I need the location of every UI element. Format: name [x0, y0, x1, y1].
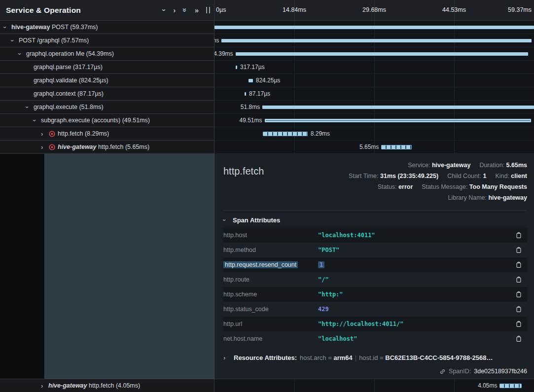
span-tree-cell[interactable]: graphql.context (87.17µs)	[0, 87, 214, 101]
copy-button[interactable]	[514, 320, 523, 328]
meta-pair: Child Count: 1	[447, 173, 486, 179]
span-bar[interactable]	[499, 384, 521, 388]
attribute-key: http.method	[223, 247, 318, 253]
span-bar[interactable]	[265, 119, 531, 122]
attribute-row[interactable]: http.scheme"http:"	[223, 287, 527, 302]
span-tree-cell[interactable]: ›hive-gateway http.fetch (5.65ms)	[0, 141, 214, 154]
chevron-down-icon[interactable]: ›	[11, 37, 19, 44]
copy-button[interactable]	[514, 275, 523, 284]
left-gutter	[0, 154, 44, 379]
span-tree-cell[interactable]: ›graphql.execute (51.8ms)	[0, 101, 214, 114]
span-tree-cell[interactable]: ›hive-gateway http.fetch (4.05ms)	[0, 379, 214, 392]
span-tree-cell[interactable]: graphql.parse (317.17µs)	[0, 61, 214, 74]
copy-icon	[515, 261, 522, 268]
resource-attributes-items: host.arch = arm64|host.id = BC62E13B-C4C…	[300, 354, 493, 361]
copy-icon	[515, 232, 522, 239]
span-title: http.fetch	[223, 166, 264, 177]
copy-button[interactable]	[514, 246, 523, 254]
span-timeline-cell[interactable]: 4.05ms	[214, 379, 534, 392]
span-timeline-cell[interactable]: 87.17µs	[214, 87, 534, 101]
span-tree-cell[interactable]: graphql.validate (824.25µs)	[0, 74, 214, 87]
double-chevron-down-icon[interactable]: »	[183, 6, 187, 14]
detail-divider	[223, 210, 527, 211]
chevron-down-icon[interactable]: ›	[163, 6, 166, 14]
span-row[interactable]: ›subgraph.execute (accounts) (49.51ms)49…	[0, 114, 534, 127]
copy-icon	[515, 306, 522, 313]
attribute-row[interactable]: http.method"POST"	[223, 243, 527, 257]
meta-pair: Status: error	[378, 183, 413, 190]
span-bar[interactable]	[221, 39, 531, 42]
bottom-span-row: ›hive-gateway http.fetch (4.05ms)4.05ms	[0, 379, 534, 392]
span-row[interactable]: graphql.parse (317.17µs)317.17µs	[0, 61, 534, 74]
tree-header-controls: › › » »	[163, 6, 210, 14]
chevron-right-icon[interactable]: ›	[41, 130, 48, 138]
copy-button[interactable]	[514, 334, 523, 343]
copy-button[interactable]	[514, 290, 523, 299]
timeline-gridline	[374, 379, 375, 392]
span-bar[interactable]	[381, 145, 412, 149]
chevron-right-icon[interactable]: ›	[41, 143, 48, 151]
copy-button[interactable]	[514, 260, 523, 269]
chevron-right-icon[interactable]: ›	[173, 6, 176, 14]
chevron-down-icon[interactable]: ›	[4, 24, 11, 31]
panel-resize-handle[interactable]	[206, 7, 210, 13]
span-row[interactable]: ›http.fetch (8.29ms)8.29ms	[0, 127, 534, 141]
attribute-value: 1	[318, 261, 514, 268]
span-bar[interactable]	[236, 52, 529, 56]
resource-attributes[interactable]: › Resource Attributes: host.arch = arm64…	[223, 354, 527, 361]
attribute-row[interactable]: http.url"http://localhost:4011/"	[223, 317, 527, 331]
span-row[interactable]: graphql.validate (824.25µs)824.25µs	[0, 74, 534, 87]
trace-viewer: Service & Operation › › » » 0µs14.84ms29…	[0, 0, 534, 392]
expanded-children-area[interactable]	[44, 154, 214, 379]
span-tree-cell[interactable]: ›graphql.operation Me (54.39ms)	[0, 47, 214, 61]
span-timeline-cell[interactable]: 51.8ms	[214, 101, 534, 114]
span-bar[interactable]	[236, 66, 237, 69]
span-row[interactable]: ›hive-gateway POST (59.37ms)	[0, 21, 534, 34]
span-timeline-cell[interactable]: 5.65ms	[214, 141, 534, 154]
attribute-row[interactable]: net.host.name"localhost"	[223, 331, 527, 346]
span-row[interactable]: ›graphql.execute (51.8ms)51.8ms	[0, 101, 534, 114]
span-id: SpanID: 3de02518937fb246	[439, 368, 527, 375]
span-row[interactable]: ›POST /graphql (57.57ms)57.57ms	[0, 34, 534, 47]
span-timeline-cell[interactable]	[214, 21, 534, 34]
span-bar[interactable]	[249, 79, 253, 82]
span-timeline-cell[interactable]: 54.39ms	[214, 47, 534, 61]
span-bar[interactable]	[263, 132, 307, 136]
span-row[interactable]: ›hive-gateway http.fetch (4.05ms)4.05ms	[0, 379, 534, 392]
chevron-down-icon[interactable]: ›	[34, 117, 41, 124]
span-timeline-cell[interactable]: 8.29ms	[214, 127, 534, 141]
ruler-tick-line	[454, 0, 455, 20]
span-bar[interactable]	[262, 106, 534, 109]
span-attributes-header[interactable]: › Span Attributes	[223, 216, 527, 224]
span-row[interactable]: ›graphql.operation Me (54.39ms)54.39ms	[0, 47, 534, 61]
copy-icon	[515, 335, 522, 342]
chevron-down-icon[interactable]: ›	[26, 104, 34, 111]
span-label: graphql.parse (317.17µs)	[34, 64, 103, 71]
attribute-row[interactable]: http.host"localhost:4011"	[223, 228, 527, 243]
span-timeline-cell[interactable]: 824.25µs	[214, 74, 534, 87]
meta-line: Service: hive-gatewayDuration: 5.65ms	[349, 160, 527, 171]
chevron-right-icon[interactable]: ›	[41, 382, 48, 390]
span-bar[interactable]	[214, 26, 534, 29]
span-row[interactable]: graphql.context (87.17µs)87.17µs	[0, 87, 534, 101]
attribute-row[interactable]: http.route"/"	[223, 272, 527, 287]
chevron-down-icon[interactable]: ›	[19, 50, 26, 58]
chevron-spacer	[26, 90, 34, 98]
span-tree-cell[interactable]: ›subgraph.execute (accounts) (49.51ms)	[0, 114, 214, 127]
span-bar[interactable]	[245, 92, 246, 96]
span-timeline-cell[interactable]: 57.57ms	[214, 34, 534, 47]
double-chevron-right-icon[interactable]: »	[195, 6, 199, 14]
span-timeline-cell[interactable]: 49.51ms	[214, 114, 534, 127]
attribute-row[interactable]: http.request.resend_count1	[223, 257, 527, 272]
span-tree-cell[interactable]: ›http.fetch (8.29ms)	[0, 127, 214, 141]
span-timeline-cell[interactable]: 317.17µs	[214, 61, 534, 74]
span-tree-cell[interactable]: ›hive-gateway POST (59.37ms)	[0, 21, 214, 34]
link-icon[interactable]	[439, 368, 446, 375]
span-label: http.fetch (8.29ms)	[58, 130, 109, 137]
span-rows: ›hive-gateway POST (59.37ms)›POST /graph…	[0, 21, 534, 154]
attribute-row[interactable]: http.status_code429	[223, 302, 527, 317]
copy-button[interactable]	[514, 231, 523, 240]
span-tree-cell[interactable]: ›POST /graphql (57.57ms)	[0, 34, 214, 47]
copy-button[interactable]	[514, 305, 523, 314]
span-row[interactable]: ›hive-gateway http.fetch (5.65ms)5.65ms	[0, 141, 534, 154]
